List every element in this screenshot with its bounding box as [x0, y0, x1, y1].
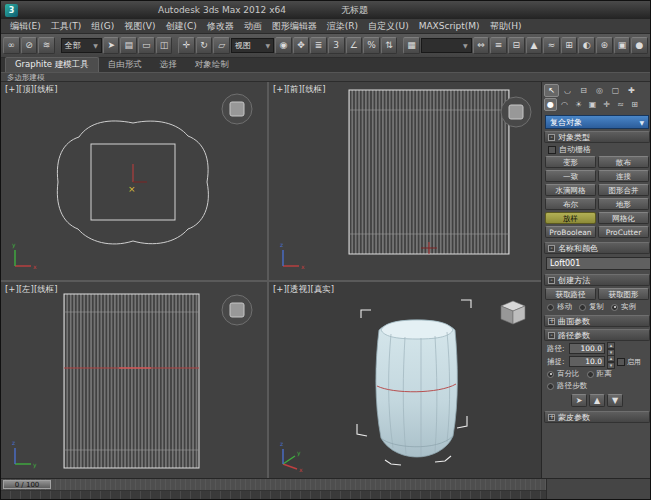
viewport-perspective-label[interactable]: [+][透视][真实]	[273, 284, 334, 296]
radio-move[interactable]	[547, 304, 554, 311]
menu-maxscript[interactable]: MAXScript(M)	[414, 21, 485, 31]
snap-toggle-icon[interactable]: 3	[328, 37, 345, 54]
rectangular-selection-icon[interactable]: ▭	[138, 37, 155, 54]
object-type-button-mesher[interactable]: 网格化	[598, 212, 649, 224]
viewport-top-label[interactable]: [+][顶][线框]	[5, 84, 58, 96]
unlink-selection-icon[interactable]: ⊘	[21, 37, 38, 54]
helpers-icon[interactable]: ✛	[600, 98, 613, 111]
object-type-button-connect[interactable]: 连接	[598, 170, 649, 182]
snap-spinner[interactable]: ▴▾	[607, 355, 615, 369]
reference-coordinate-dropdown[interactable]: 视图▼	[231, 38, 274, 53]
geometry-icon[interactable]: ●	[544, 98, 557, 111]
render-setup-icon[interactable]: ⊛	[596, 37, 613, 54]
viewport-left-label[interactable]: [+][左][线框]	[5, 284, 58, 296]
systems-icon[interactable]: ⊞	[628, 98, 641, 111]
create-tab-icon[interactable]: ↖	[544, 84, 559, 97]
object-type-button-scatter[interactable]: 散布	[598, 156, 649, 168]
material-editor-icon[interactable]: ◐	[578, 37, 595, 54]
menu-modifiers[interactable]: 修改器	[202, 20, 239, 33]
radio-percentage[interactable]	[547, 371, 554, 378]
rollout-surface-params[interactable]: + 曲面参数	[544, 315, 650, 327]
object-name-input[interactable]	[546, 257, 651, 270]
hierarchy-tab-icon[interactable]: ⊟	[576, 84, 591, 97]
pick-shape-icon[interactable]: ➤	[571, 394, 587, 407]
radio-instance[interactable]	[611, 304, 618, 311]
curve-editor-icon[interactable]: ≈	[543, 37, 560, 54]
use-pivot-center-icon[interactable]: ◉	[275, 37, 292, 54]
rollout-path-params[interactable]: - 路径参数	[544, 329, 650, 341]
select-manipulate-icon[interactable]: ✥	[293, 37, 310, 54]
object-type-button-conform[interactable]: 一致	[545, 170, 596, 182]
track-bar[interactable]	[1, 491, 546, 500]
shapes-icon[interactable]: ◠	[558, 98, 571, 111]
select-move-icon[interactable]: ✛	[178, 37, 195, 54]
space-warps-icon[interactable]: ≈	[614, 98, 627, 111]
snap-enable-checkbox[interactable]	[617, 358, 625, 366]
viewcube[interactable]	[501, 97, 531, 127]
get-shape-button[interactable]: 获取图形	[598, 288, 649, 300]
radio-path-steps[interactable]	[547, 383, 554, 390]
loft-object-shaded[interactable]	[376, 320, 458, 457]
menu-customize[interactable]: 自定义(U)	[363, 20, 414, 33]
viewport-perspective[interactable]: [+][透视][真实]	[269, 282, 541, 478]
align-icon[interactable]: ≡	[490, 37, 507, 54]
cameras-icon[interactable]: ▣	[586, 98, 599, 111]
named-set-dropdown[interactable]: ▼	[421, 38, 472, 53]
rollout-skin-params[interactable]: + 蒙皮参数	[544, 411, 650, 423]
select-object-icon[interactable]: ➤	[103, 37, 120, 54]
schematic-view-icon[interactable]: ⊞	[561, 37, 578, 54]
motion-tab-icon[interactable]: ◎	[592, 84, 607, 97]
select-and-link-icon[interactable]: ∞	[3, 37, 20, 54]
viewcube[interactable]	[222, 94, 252, 124]
ribbon-tab-graphite[interactable]: Graphite 建模工具	[5, 57, 99, 72]
path-value-field[interactable]: 100.0	[569, 343, 605, 354]
menu-tools[interactable]: 工具(T)	[46, 20, 87, 33]
display-tab-icon[interactable]: ▢	[608, 84, 623, 97]
path-spinner[interactable]: ▴▾	[607, 342, 615, 356]
viewport-left[interactable]: [+][左][线框]	[1, 282, 267, 478]
snap-value-field[interactable]: 10.0	[569, 356, 605, 367]
viewcube[interactable]	[501, 301, 525, 324]
radio-copy[interactable]	[579, 304, 586, 311]
menu-help[interactable]: 帮助(H)	[485, 20, 527, 33]
time-slider-handle[interactable]: 0 / 100	[3, 480, 51, 489]
object-type-button-boolean[interactable]: 布尔	[545, 198, 596, 210]
select-by-name-icon[interactable]: ▤	[120, 37, 137, 54]
geometry-category-dropdown[interactable]: 复合对象▼	[545, 115, 649, 129]
previous-shape-icon[interactable]: ▲	[589, 394, 605, 407]
menu-group[interactable]: 组(G)	[86, 20, 119, 33]
spinner-snap-icon[interactable]: ⇅	[381, 37, 398, 54]
rollout-creation-method[interactable]: - 创建方法	[544, 274, 650, 286]
object-type-button-morph[interactable]: 变形	[545, 156, 596, 168]
graphite-ribbon-toggle-icon[interactable]: ▲	[526, 37, 543, 54]
viewport-top[interactable]: [+][顶][线框] ×	[1, 82, 267, 280]
layer-manager-icon[interactable]: ⊟	[508, 37, 525, 54]
render-production-icon[interactable]: ●	[631, 37, 648, 54]
ribbon-tab-object-paint[interactable]: 对象绘制	[186, 58, 238, 72]
window-crossing-icon[interactable]: ◫	[156, 37, 173, 54]
menu-rendering[interactable]: 渲染(R)	[322, 20, 363, 33]
lights-icon[interactable]: ☀	[572, 98, 585, 111]
object-type-button-terrain[interactable]: 地形	[598, 198, 649, 210]
autogrid-checkbox[interactable]	[548, 146, 556, 154]
object-type-button-loft[interactable]: 放样	[545, 212, 596, 224]
get-path-button[interactable]: 获取路径	[545, 288, 596, 300]
select-rotate-icon[interactable]: ↻	[196, 37, 213, 54]
ribbon-tab-selection[interactable]: 选择	[151, 58, 186, 72]
object-type-button-shapemerge[interactable]: 图形合并	[598, 184, 649, 196]
bind-to-space-warp-icon[interactable]: ≋	[38, 37, 55, 54]
utilities-tab-icon[interactable]: ✚	[624, 84, 639, 97]
selection-filter-dropdown[interactable]: 全部▼	[61, 38, 102, 53]
rollout-object-type[interactable]: - 对象类型	[544, 131, 650, 143]
object-type-button-proboolean[interactable]: ProBoolean	[545, 226, 596, 238]
viewport-front-label[interactable]: [+][前][线框]	[273, 84, 326, 96]
time-slider[interactable]: 0 / 100	[1, 479, 546, 491]
angle-snap-icon[interactable]: ∠	[346, 37, 363, 54]
radio-distance[interactable]	[587, 371, 594, 378]
rendered-frame-icon[interactable]: ▣	[614, 37, 631, 54]
menu-edit[interactable]: 编辑(E)	[5, 20, 46, 33]
object-type-button-blobmesh[interactable]: 水滴网格	[545, 184, 596, 196]
next-shape-icon[interactable]: ▼	[607, 394, 623, 407]
viewcube[interactable]	[222, 295, 252, 325]
ribbon-tab-freeform[interactable]: 自由形式	[99, 58, 151, 72]
